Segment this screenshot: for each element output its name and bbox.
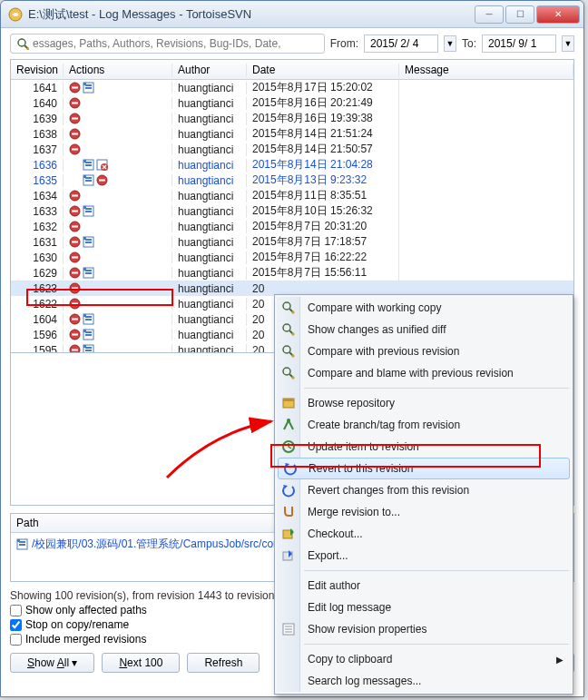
action-icon — [69, 82, 81, 94]
action-icon — [83, 329, 94, 340]
to-date[interactable]: 2015/ 9/ 1 — [482, 35, 556, 53]
mag-icon — [281, 344, 296, 359]
action-icon — [96, 174, 108, 186]
action-icon — [69, 190, 81, 202]
export-icon — [281, 548, 296, 563]
update-icon — [281, 439, 296, 454]
action-icon — [69, 113, 81, 124]
action-icon — [69, 97, 81, 109]
from-date[interactable]: 2015/ 2/ 4 — [364, 35, 438, 53]
context-menu[interactable]: Compare with working copyShow changes as… — [274, 294, 573, 695]
action-icon — [69, 128, 81, 140]
modified-icon — [16, 538, 28, 550]
minimize-button[interactable]: ─ — [475, 5, 504, 24]
menu-item[interactable]: Compare with working copy — [277, 297, 571, 319]
action-icon — [69, 221, 81, 232]
table-row[interactable]: 1641huangtianci2015年8月17日 15:20:02 — [11, 80, 573, 95]
merge-icon — [281, 505, 296, 519]
branch-icon — [281, 418, 296, 432]
action-icon — [83, 174, 94, 186]
to-dropdown-icon[interactable]: ▼ — [562, 35, 574, 52]
menu-item[interactable]: Copy to clipboard▶ — [277, 648, 571, 670]
action-icon — [83, 82, 94, 94]
menu-item[interactable]: Revert to this revision — [278, 458, 570, 479]
menu-item[interactable]: Show revision properties — [277, 618, 571, 640]
col-revision[interactable]: Revision — [11, 64, 64, 76]
action-icon — [69, 143, 81, 155]
table-row[interactable]: 1629huangtianci2015年8月7日 15:56:11 — [11, 265, 573, 281]
col-date[interactable]: Date — [247, 64, 399, 76]
menu-item[interactable]: Search log messages... — [277, 670, 571, 692]
search-box[interactable] — [10, 34, 325, 54]
menu-item[interactable]: Browse repository — [277, 392, 571, 414]
menu-item[interactable]: Update item to revision — [277, 436, 571, 458]
revert-icon — [283, 461, 298, 476]
mag-icon — [281, 366, 296, 380]
submenu-arrow-icon: ▶ — [556, 655, 564, 665]
action-icon — [69, 329, 81, 340]
app-icon — [8, 7, 23, 22]
action-icon — [83, 205, 94, 217]
grid-header[interactable]: Revision Actions Author Date Message — [11, 60, 573, 80]
action-icon — [69, 282, 81, 294]
action-icon — [83, 344, 94, 352]
titlebar[interactable]: E:\测试\test - Log Messages - TortoiseSVN … — [1, 1, 583, 28]
table-row[interactable]: 1631huangtianci2015年8月7日 17:18:57 — [11, 234, 573, 250]
filter-row: From: 2015/ 2/ 4 ▼ To: 2015/ 9/ 1 ▼ — [10, 34, 574, 54]
refresh-button[interactable]: Refresh — [187, 653, 260, 673]
path-text: /校园兼职/03.源码/01.管理系统/CampusJob/src/cor — [32, 537, 277, 552]
from-label: From: — [330, 37, 358, 50]
revert-icon — [281, 483, 296, 498]
table-row[interactable]: 1630huangtianci2015年8月7日 16:22:22 — [11, 250, 573, 265]
next-100-button[interactable]: Next 100 — [102, 653, 180, 673]
table-row[interactable]: 1634huangtianci2015年8月11日 8:35:51 — [11, 188, 573, 203]
col-message[interactable]: Message — [399, 64, 573, 76]
action-icon — [69, 251, 81, 263]
table-row[interactable]: 1638huangtianci2015年8月14日 21:51:24 — [11, 126, 573, 142]
checkout-icon — [281, 527, 296, 541]
search-icon — [16, 37, 29, 50]
col-author[interactable]: Author — [172, 64, 247, 76]
action-icon — [69, 267, 81, 279]
menu-item[interactable]: Compare and blame with previous revision — [277, 362, 571, 384]
mag-icon — [281, 301, 296, 315]
search-input[interactable] — [33, 37, 318, 50]
action-icon — [69, 298, 81, 310]
menu-item[interactable]: Compare with previous revision — [277, 340, 571, 362]
window-title: E:\测试\test - Log Messages - TortoiseSVN — [28, 6, 473, 23]
menu-item[interactable]: Export... — [277, 545, 571, 567]
show-all-button[interactable]: Show All ▾ — [10, 653, 94, 673]
action-icon — [96, 159, 108, 171]
table-row[interactable]: 1640huangtianci2015年8月16日 20:21:49 — [11, 95, 573, 111]
col-actions[interactable]: Actions — [64, 64, 172, 76]
table-row[interactable]: 1635huangtianci2015年8月13日 9:23:32 — [11, 173, 573, 188]
close-button[interactable]: ✕ — [536, 5, 580, 24]
table-row[interactable]: 1637huangtianci2015年8月14日 21:50:57 — [11, 142, 573, 157]
menu-item[interactable]: Edit author — [277, 575, 571, 596]
table-row[interactable]: 1632huangtianci2015年8月7日 20:31:20 — [11, 219, 573, 234]
action-icon — [69, 205, 81, 217]
repo-icon — [281, 396, 296, 410]
menu-item[interactable]: Edit log message — [277, 596, 571, 618]
menu-item[interactable]: Show changes as unified diff — [277, 319, 571, 340]
props-icon — [281, 622, 296, 636]
action-icon — [83, 267, 94, 279]
table-row[interactable]: 1633huangtianci2015年8月10日 15:26:32 — [11, 203, 573, 219]
action-icon — [83, 236, 94, 248]
action-icon — [83, 313, 94, 325]
table-row[interactable]: 1636huangtianci2015年8月14日 21:04:28 — [11, 157, 573, 173]
menu-item[interactable]: Create branch/tag from revision — [277, 414, 571, 436]
action-icon — [83, 159, 94, 171]
table-row[interactable]: 1639huangtianci2015年8月16日 19:39:38 — [11, 111, 573, 126]
action-icon — [69, 313, 81, 325]
maximize-button[interactable]: ☐ — [505, 5, 534, 24]
menu-item[interactable]: Checkout... — [277, 523, 571, 545]
action-icon — [69, 236, 81, 248]
to-label: To: — [462, 37, 476, 50]
menu-item[interactable]: Revert changes from this revision — [277, 479, 571, 501]
action-icon — [69, 344, 81, 352]
mag-icon — [281, 322, 296, 337]
from-dropdown-icon[interactable]: ▼ — [444, 35, 456, 52]
menu-item[interactable]: Merge revision to... — [277, 501, 571, 523]
